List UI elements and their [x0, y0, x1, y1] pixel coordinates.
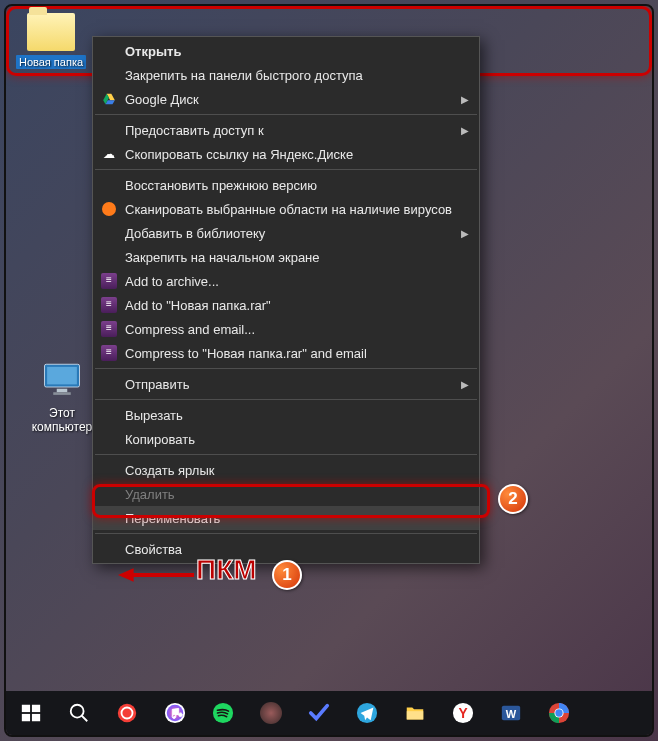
menu-item-open[interactable]: Открыть — [93, 39, 479, 63]
menu-item-compress-rar-email[interactable]: Compress to "Новая папка.rar" and email — [93, 341, 479, 365]
svg-line-14 — [82, 716, 88, 722]
taskbar-telegram[interactable] — [344, 691, 390, 735]
svg-point-30 — [555, 709, 562, 716]
menu-item-pin-start[interactable]: Закрепить на начальном экране — [93, 245, 479, 269]
circle-ring-icon — [116, 702, 138, 724]
menu-item-add-to-library[interactable]: Добавить в библиотеку ▶ — [93, 221, 479, 245]
menu-item-delete[interactable]: Удалить — [93, 482, 479, 506]
spotify-icon — [212, 702, 234, 724]
annotation-arrow — [118, 566, 196, 584]
folder-icon — [27, 13, 75, 51]
telegram-icon — [356, 702, 378, 724]
taskbar-chrome[interactable] — [536, 691, 582, 735]
menu-item-avast-scan[interactable]: Сканировать выбранные области на наличие… — [93, 197, 479, 221]
yandex-icon: Y — [452, 702, 474, 724]
monitor-icon — [40, 358, 84, 402]
annotation-badge-1: 1 — [272, 560, 302, 590]
svg-rect-2 — [57, 389, 68, 393]
annotation-badge-2: 2 — [498, 484, 528, 514]
svg-marker-8 — [118, 568, 134, 582]
svg-rect-9 — [22, 705, 30, 712]
menu-item-grant-access[interactable]: Предоставить доступ к ▶ — [93, 118, 479, 142]
word-icon: W — [500, 702, 522, 724]
menu-item-restore-previous[interactable]: Восстановить прежнюю версию — [93, 173, 479, 197]
record-icon — [260, 702, 282, 724]
menu-item-create-shortcut[interactable]: Создать ярлык — [93, 458, 479, 482]
svg-point-13 — [71, 705, 84, 718]
menu-item-copy[interactable]: Копировать — [93, 427, 479, 451]
chevron-right-icon: ▶ — [461, 125, 469, 136]
svg-rect-3 — [53, 392, 71, 395]
desktop-icon-new-folder[interactable]: Новая папка — [13, 13, 89, 69]
svg-rect-1 — [47, 367, 77, 385]
winrar-icon — [99, 296, 119, 314]
svg-text:Y: Y — [458, 706, 467, 721]
chrome-icon — [548, 702, 570, 724]
menu-item-rename[interactable]: Переименовать — [93, 506, 479, 530]
chevron-right-icon: ▶ — [461, 94, 469, 105]
yandex-disk-icon: ☁ — [99, 145, 119, 163]
menu-item-send-to[interactable]: Отправить ▶ — [93, 372, 479, 396]
svg-text:W: W — [506, 708, 517, 720]
taskbar-itunes[interactable] — [152, 691, 198, 735]
taskbar-todo[interactable] — [296, 691, 342, 735]
google-drive-icon — [99, 90, 119, 108]
context-menu: Открыть Закрепить на панели быстрого дос… — [92, 36, 480, 564]
menu-item-yandex-copy-link[interactable]: ☁ Скопировать ссылку на Яндекс.Диске — [93, 142, 479, 166]
annotation-pkm-label: ПКМ — [196, 554, 257, 586]
desktop-icon-label: Этот компьютер — [24, 406, 100, 434]
taskbar: Y W — [6, 691, 652, 735]
taskbar-spotify[interactable] — [200, 691, 246, 735]
taskbar-file-explorer[interactable] — [392, 691, 438, 735]
winrar-icon — [99, 320, 119, 338]
menu-item-properties[interactable]: Свойства — [93, 537, 479, 561]
music-icon — [164, 702, 186, 724]
menu-item-pin-quick-access[interactable]: Закрепить на панели быстрого доступа — [93, 63, 479, 87]
taskbar-record[interactable] — [248, 691, 294, 735]
svg-rect-21 — [407, 711, 424, 719]
svg-rect-12 — [32, 714, 40, 721]
chevron-right-icon: ▶ — [461, 379, 469, 390]
menu-item-add-to-rar[interactable]: Add to "Новая папка.rar" — [93, 293, 479, 317]
menu-item-google-drive[interactable]: Google Диск ▶ — [93, 87, 479, 111]
menu-item-cut[interactable]: Вырезать — [93, 403, 479, 427]
windows-icon — [20, 702, 42, 724]
start-button[interactable] — [8, 691, 54, 735]
folder-icon — [404, 702, 426, 724]
menu-item-add-to-archive[interactable]: Add to archive... — [93, 269, 479, 293]
search-button[interactable] — [56, 691, 102, 735]
taskbar-word[interactable]: W — [488, 691, 534, 735]
svg-rect-11 — [22, 714, 30, 721]
avast-icon — [99, 200, 119, 218]
desktop-icon-label: Новая папка — [16, 55, 86, 69]
taskbar-pocket-casts[interactable] — [104, 691, 150, 735]
check-icon — [308, 702, 330, 724]
menu-item-compress-email[interactable]: Compress and email... — [93, 317, 479, 341]
search-icon — [68, 702, 90, 724]
winrar-icon — [99, 344, 119, 362]
desktop-icon-computer[interactable]: Этот компьютер — [24, 358, 100, 434]
winrar-icon — [99, 272, 119, 290]
taskbar-yandex-browser[interactable]: Y — [440, 691, 486, 735]
chevron-right-icon: ▶ — [461, 228, 469, 239]
svg-rect-10 — [32, 705, 40, 712]
